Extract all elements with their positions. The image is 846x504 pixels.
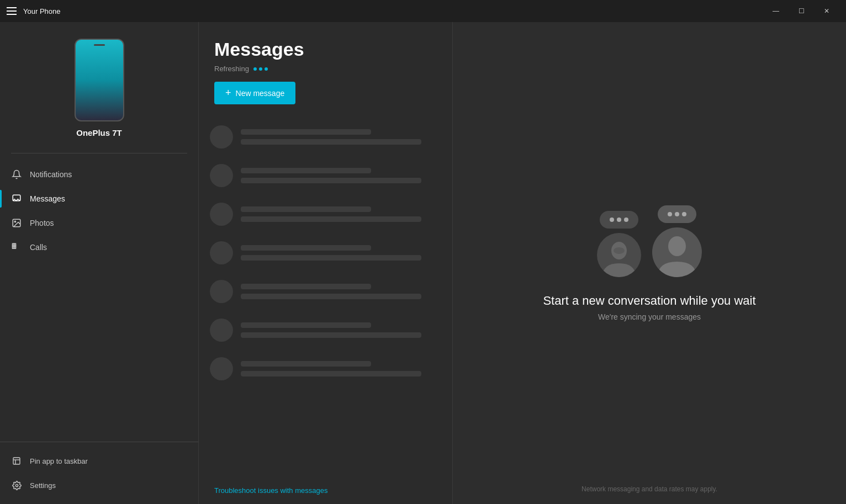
- bubble-dot: [610, 217, 614, 222]
- skeleton-line: [241, 255, 421, 261]
- sidebar-nav: Notifications Messages: [0, 158, 198, 442]
- menu-icon[interactable]: [7, 7, 17, 15]
- svg-rect-9: [13, 458, 20, 464]
- skeleton-item-5: [199, 272, 452, 311]
- person-silhouette-1: [597, 233, 641, 277]
- messages-pane: Messages Refreshing + New message: [199, 22, 453, 504]
- sidebar: OnePlus 7T Notifications: [0, 22, 199, 504]
- sidebar-item-calls[interactable]: Calls: [0, 235, 198, 259]
- skeleton-avatar: [210, 164, 233, 187]
- calls-icon: [11, 242, 22, 253]
- plus-icon: +: [225, 87, 231, 99]
- skeleton-item-7: [199, 349, 452, 388]
- svg-rect-8: [14, 247, 16, 248]
- device-name: OnePlus 7T: [76, 128, 122, 137]
- skeleton-lines: [241, 129, 441, 145]
- skeleton-line: [241, 332, 421, 338]
- skeleton-lines: [241, 245, 441, 261]
- skeleton-item-1: [199, 118, 452, 156]
- svg-point-15: [668, 236, 686, 256]
- skeleton-avatar: [210, 357, 233, 380]
- chat-bubble-2: [658, 205, 696, 223]
- app-title: Your Phone: [23, 7, 60, 15]
- skeleton-list: [199, 113, 452, 485]
- skeleton-item-4: [199, 234, 452, 272]
- sidebar-item-label-settings: Settings: [30, 481, 56, 490]
- sidebar-bottom: Pin app to taskbar Settings: [0, 442, 198, 504]
- skeleton-line: [241, 294, 421, 299]
- sidebar-item-label-photos: Photos: [30, 219, 54, 227]
- gear-icon: [11, 480, 22, 491]
- bubble-dot: [624, 217, 628, 222]
- persons-row: [597, 205, 702, 277]
- sidebar-item-messages[interactable]: Messages: [0, 187, 198, 211]
- skeleton-lines: [241, 361, 441, 376]
- skeleton-line: [241, 178, 421, 183]
- bubble-dot: [682, 212, 686, 216]
- refreshing-text: Refreshing: [214, 65, 249, 73]
- bell-icon: [11, 169, 22, 180]
- skeleton-line: [241, 206, 371, 212]
- sidebar-item-settings[interactable]: Settings: [0, 473, 198, 497]
- skeleton-line: [241, 129, 371, 135]
- new-message-button[interactable]: + New message: [214, 82, 295, 104]
- sidebar-item-notifications[interactable]: Notifications: [0, 162, 198, 187]
- sidebar-item-label-calls: Calls: [30, 243, 47, 252]
- person-silhouette-2: [652, 227, 702, 277]
- sidebar-item-label-pin: Pin app to taskbar: [30, 457, 88, 465]
- sidebar-item-photos[interactable]: Photos: [0, 211, 198, 235]
- messages-title: Messages: [214, 39, 437, 60]
- phone-image: [75, 39, 124, 121]
- skeleton-line: [241, 216, 421, 222]
- dot-1: [253, 67, 257, 71]
- network-notice: Network messaging and data rates may app…: [581, 485, 717, 493]
- close-button[interactable]: ✕: [814, 2, 839, 20]
- skeleton-line: [241, 371, 421, 376]
- skeleton-item-3: [199, 195, 452, 234]
- conversation-subtitle: We're syncing your messages: [598, 312, 701, 321]
- sidebar-divider-top: [11, 153, 187, 153]
- skeleton-line: [241, 245, 371, 251]
- skeleton-avatar: [210, 319, 233, 342]
- skeleton-lines: [241, 206, 441, 222]
- new-message-label: New message: [236, 89, 285, 98]
- skeleton-lines: [241, 284, 441, 299]
- main-container: OnePlus 7T Notifications: [0, 22, 846, 504]
- refreshing-dots: [253, 67, 268, 71]
- skeleton-line: [241, 168, 371, 173]
- sidebar-item-label-notifications: Notifications: [30, 170, 72, 179]
- maximize-button[interactable]: ☐: [789, 2, 814, 20]
- skeleton-item-2: [199, 156, 452, 195]
- photo-icon: [11, 217, 22, 229]
- person-group-1: [597, 211, 641, 277]
- titlebar: Your Phone — ☐ ✕: [0, 0, 846, 22]
- messages-section: Messages Refreshing + New message: [199, 22, 846, 504]
- sidebar-item-pin[interactable]: Pin app to taskbar: [0, 449, 198, 473]
- troubleshoot-link[interactable]: Troubleshoot issues with messages: [199, 478, 343, 503]
- skeleton-line: [241, 322, 371, 328]
- bubble-dot: [675, 212, 679, 216]
- skeleton-avatar: [210, 241, 233, 264]
- pin-icon: [11, 455, 22, 466]
- sidebar-device-section: OnePlus 7T: [0, 22, 198, 148]
- minimize-button[interactable]: —: [763, 2, 789, 20]
- skeleton-avatar: [210, 203, 233, 226]
- skeleton-line: [241, 284, 371, 289]
- messages-header: Messages Refreshing + New message: [199, 22, 452, 113]
- skeleton-avatar: [210, 125, 233, 148]
- right-panel: Start a new conversation while you wait …: [453, 22, 846, 504]
- message-icon: [11, 193, 22, 204]
- messages-footer: Troubleshoot issues with messages: [199, 485, 452, 504]
- refreshing-row: Refreshing: [214, 65, 437, 73]
- person-group-2: [652, 205, 702, 277]
- skeleton-avatar: [210, 280, 233, 303]
- svg-point-12: [15, 484, 18, 486]
- chat-bubble-1: [600, 211, 638, 229]
- svg-point-2: [14, 221, 15, 222]
- titlebar-left: Your Phone: [7, 7, 60, 15]
- skeleton-lines: [241, 168, 441, 183]
- skeleton-lines: [241, 322, 441, 338]
- skeleton-item-6: [199, 311, 452, 349]
- window-controls: — ☐ ✕: [763, 2, 839, 20]
- skeleton-line: [241, 361, 371, 367]
